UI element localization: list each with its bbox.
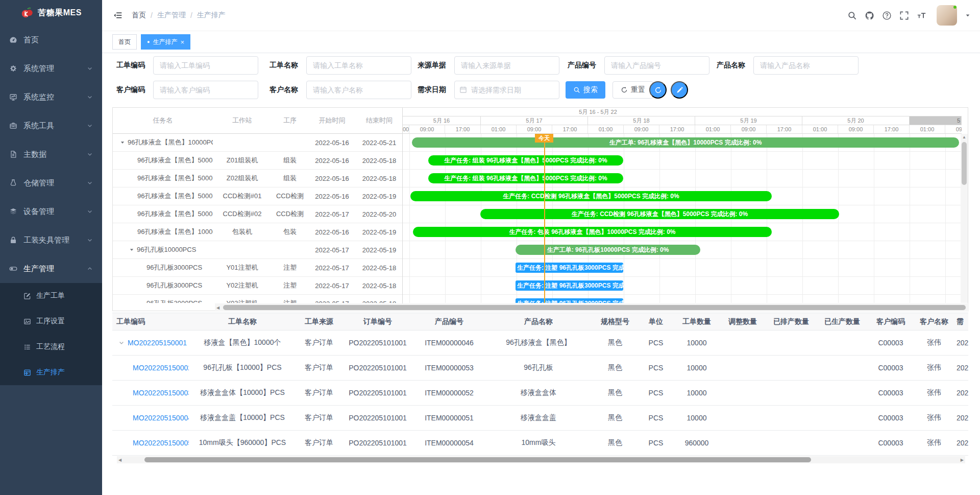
image-icon	[23, 318, 31, 325]
sidebar-item-8[interactable]: 工装夹具管理	[0, 226, 102, 254]
chevron-down-icon	[87, 123, 93, 129]
gantt-bar[interactable]: 生产任务: 注塑 96孔孔板3000PCS 完成	[516, 263, 623, 273]
work-order-link[interactable]: MO202205150003	[133, 389, 189, 397]
gantt-bar-label: 生产任务: 注塑 96孔孔板3000PCS 完成	[517, 281, 623, 290]
sidebar-item-7[interactable]: 设备管理	[0, 197, 102, 226]
gantt-task-cell: 注塑	[272, 281, 308, 290]
refresh-circle-button[interactable]	[649, 81, 667, 99]
table-row[interactable]: MO202205150001移液盒【黑色】10000个客户订单PO2022051…	[112, 331, 968, 356]
gantt-bar[interactable]: 生产任务: 注塑 96孔孔板3000PCS 完成	[516, 298, 623, 303]
tag-tab-bar: 首页●生产排产×	[102, 31, 980, 53]
gantt-hour-cell: 17:00	[874, 125, 910, 134]
sidebar-item-6[interactable]: 仓储管理	[0, 169, 102, 197]
sidebar-subitem-3[interactable]: 工艺流程	[0, 334, 102, 360]
breadcrumb-item[interactable]: 生产管理	[157, 11, 186, 20]
table-row[interactable]: MO202205150004移液盒盒盖【10000】PCS客户订单PO20220…	[112, 406, 968, 431]
sidebar-item-4[interactable]: 系统工具	[0, 111, 102, 140]
filter-label: 客户编码	[116, 85, 147, 95]
text-input[interactable]	[306, 81, 411, 99]
gantt-task-row[interactable]: 96孔孔板10000PCS2022-05-172022-05-19	[113, 241, 402, 259]
grid-row-line	[403, 277, 962, 295]
gantt-bar-label: 生产任务: CCD检测 96孔移液盒【黑色】5000PCS 完成比例: 0%	[572, 210, 748, 219]
search-icon[interactable]	[847, 11, 857, 20]
sidebar-item-9[interactable]: 生产管理	[0, 254, 102, 283]
table-cell: PCS	[638, 339, 674, 347]
work-order-link[interactable]: MO202205150004	[133, 414, 189, 422]
breadcrumb-item[interactable]: 首页	[132, 11, 146, 20]
gantt-task-row[interactable]: 96孔移液盒【黑色】5000PCCD检测#02CCD检测2022-05-1720…	[113, 205, 402, 223]
gantt-task-row[interactable]: 96孔孔板3000PCSY02注塑机注塑2022-05-172022-05-18	[113, 277, 402, 295]
text-input[interactable]	[753, 56, 859, 75]
sidebar-item-3[interactable]: 系统监控	[0, 83, 102, 111]
gantt-bar[interactable]: 生产任务: 包装 96孔移液盒【黑色】10000PCS 完成比例: 0%	[413, 227, 772, 237]
search-button[interactable]: 搜索	[566, 81, 605, 99]
scroll-left-arrow-icon[interactable]: ◀	[118, 458, 121, 462]
refresh-icon	[621, 86, 628, 93]
gantt-task-row[interactable]: 96孔移液盒【黑色】10000包装机包装2022-05-162022-05-19	[113, 223, 402, 241]
tab-1[interactable]: 首页	[112, 34, 137, 50]
text-input[interactable]	[153, 56, 258, 75]
chevron-down-icon	[87, 151, 93, 157]
table-row[interactable]: MO202205150003移液盒盒体【10000】PCS客户订单PO20220…	[112, 381, 968, 406]
gantt-task-row[interactable]: 96孔移液盒【黑色】5000PCCD检测#01CCD检测2022-05-1620…	[113, 187, 402, 205]
sidebar-item-1[interactable]: 首页	[0, 26, 102, 54]
gantt-task-cell: CCD检测#01	[213, 192, 272, 201]
text-input[interactable]	[454, 56, 559, 75]
font-size-icon[interactable]	[917, 11, 926, 20]
gantt-grid-body: 96孔移液盒【黑色】10000PC2022-05-162022-05-2196孔…	[113, 134, 402, 303]
gantt-bar[interactable]: 生产任务: 组装 96孔移液盒【黑色】5000PCS 完成比例: 0%	[428, 173, 623, 183]
avatar[interactable]	[937, 5, 957, 26]
date-input[interactable]	[454, 81, 559, 99]
edit-circle-button[interactable]	[671, 81, 688, 99]
table-cell: 10000	[674, 364, 720, 372]
input-wrap	[454, 56, 559, 75]
gantt-task-row[interactable]: 96孔移液盒【黑色】5000PZ02组装机组装2022-05-162022-05…	[113, 170, 402, 187]
sidebar-subitem-4[interactable]: 生产排产	[0, 360, 102, 385]
gantt-task-row[interactable]: 96孔孔板3000PCSY03注塑机注塑2022-05-172022-05-18	[113, 295, 402, 303]
scrollbar-thumb[interactable]	[962, 142, 967, 185]
work-order-link[interactable]: MO202205150005	[133, 439, 189, 447]
table-row[interactable]: MO20220515000296孔孔板【10000】PCS客户订单PO20220…	[112, 356, 968, 381]
gantt-column-header: 开始时间	[308, 116, 356, 125]
gantt-bar[interactable]: 生产任务: 注塑 96孔孔板3000PCS 完成	[516, 280, 623, 291]
scrollbar-thumb[interactable]	[144, 457, 811, 462]
sidebar-subitem-label: 工序设置	[36, 317, 65, 326]
gantt-chart: 任务名工作站工序开始时间结束时间 96孔移液盒【黑色】10000PC2022-0…	[112, 107, 968, 311]
sidebar-item-5[interactable]: 主数据	[0, 140, 102, 169]
gantt-bar[interactable]: 生产任务: CCD检测 96孔移液盒【黑色】5000PCS 完成比例: 0%	[410, 191, 772, 201]
chevron-down-icon	[87, 237, 93, 243]
gantt-bar[interactable]: 生产任务: CCD检测 96孔移液盒【黑色】5000PCS 完成比例: 0%	[480, 209, 839, 219]
github-icon[interactable]	[865, 11, 874, 20]
gantt-bar[interactable]: 生产工单: 96孔孔板10000PCS 完成比例: 0%	[516, 245, 700, 255]
text-input[interactable]	[306, 56, 411, 75]
gantt-task-row[interactable]: 96孔移液盒【黑色】5000PZ01组装机组装2022-05-162022-05…	[113, 152, 402, 170]
collapse-sidebar-icon[interactable]	[113, 11, 122, 20]
table-row[interactable]: MO20220515000510mm吸头【960000】PCS客户订单PO202…	[112, 431, 968, 456]
sidebar-item-2[interactable]: 系统管理	[0, 54, 102, 83]
text-input[interactable]	[153, 81, 258, 99]
close-icon[interactable]: ×	[180, 39, 184, 45]
sidebar-subitem-1[interactable]: 生产工单	[0, 283, 102, 309]
gantt-task-row[interactable]: 96孔移液盒【黑色】10000PC2022-05-162022-05-21	[113, 134, 402, 152]
gantt-task-cell: 2022-05-16	[308, 157, 356, 164]
gantt-bar-label: 生产任务: 组装 96孔移液盒【黑色】5000PCS 完成比例: 0%	[444, 156, 607, 165]
scroll-up-arrow-icon[interactable]: ▲	[961, 135, 968, 139]
tab-2[interactable]: ●生产排产×	[141, 34, 190, 50]
sidebar-subitem-2[interactable]: 工序设置	[0, 309, 102, 334]
input-wrap	[753, 56, 859, 75]
work-order-link[interactable]: MO202205150001	[128, 339, 187, 347]
scroll-left-arrow-icon[interactable]: ◀	[216, 305, 219, 310]
gantt-bar[interactable]: 生产工单: 96孔移液盒【黑色】10000PCS 完成比例: 0%	[412, 137, 959, 148]
gantt-day-cell: 5	[910, 116, 962, 125]
fullscreen-icon[interactable]	[899, 11, 909, 20]
reset-button[interactable]: 重置	[612, 81, 653, 99]
scroll-right-arrow-icon[interactable]: ▶	[961, 458, 964, 462]
work-order-link[interactable]: MO202205150002	[133, 364, 189, 372]
caret-down-icon[interactable]	[965, 12, 971, 18]
scrollbar-thumb[interactable]	[223, 305, 966, 310]
help-icon[interactable]	[882, 11, 892, 20]
gantt-bar[interactable]: 生产任务: 组装 96孔移液盒【黑色】5000PCS 完成比例: 0%	[428, 155, 623, 166]
gantt-task-cell: 2022-05-18	[356, 264, 402, 272]
gantt-task-row[interactable]: 96孔孔板3000PCSY01注塑机注塑2022-05-172022-05-18	[113, 259, 402, 277]
text-input[interactable]	[604, 56, 709, 75]
